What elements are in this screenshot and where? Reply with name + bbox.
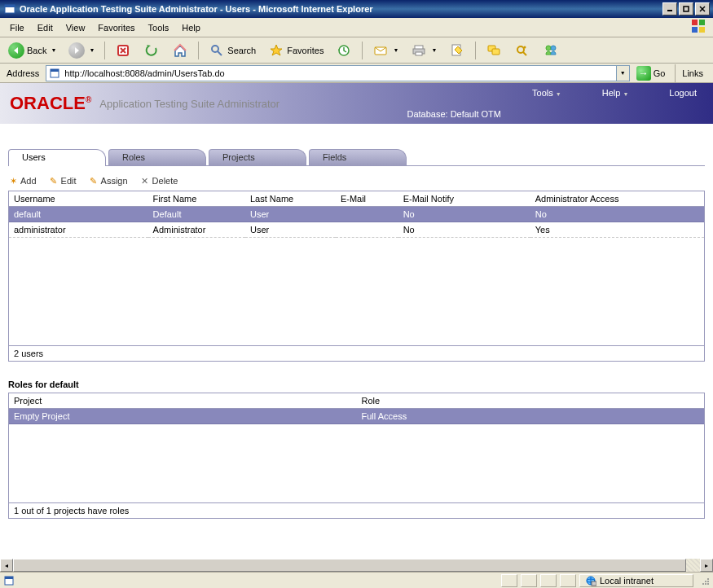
print-button[interactable]: ▼ bbox=[406, 40, 442, 61]
col-username[interactable]: Username bbox=[9, 191, 148, 207]
svg-line-14 bbox=[218, 51, 222, 55]
status-pane bbox=[540, 574, 557, 587]
go-button[interactable]: → Go bbox=[633, 66, 669, 81]
research-button[interactable] bbox=[509, 40, 535, 61]
statusbar: Local intranet bbox=[0, 572, 713, 588]
col-firstname[interactable]: First Name bbox=[148, 191, 245, 207]
separator bbox=[475, 42, 476, 59]
separator bbox=[198, 42, 199, 59]
address-input[interactable] bbox=[63, 66, 615, 81]
tab-roles[interactable]: Roles bbox=[108, 149, 206, 166]
close-button[interactable] bbox=[695, 2, 710, 15]
table-header-row: Username First Name Last Name E-Mail E-M… bbox=[9, 191, 704, 207]
edit-action[interactable]: ✎ Edit bbox=[49, 176, 77, 186]
go-icon: → bbox=[636, 66, 651, 81]
header-tools-link[interactable]: Tools ▼ bbox=[532, 88, 561, 98]
history-icon bbox=[336, 42, 352, 59]
roles-heading: Roles for default bbox=[8, 380, 705, 389]
menu-tools[interactable]: Tools bbox=[142, 20, 176, 35]
svg-point-40 bbox=[705, 581, 706, 582]
page-body: Users Roles Projects Fields ✶ Add ✎ Edit… bbox=[0, 124, 713, 527]
action-bar: ✶ Add ✎ Edit ✎ Assign ✕ Delete bbox=[8, 171, 705, 191]
home-button[interactable] bbox=[167, 40, 193, 61]
assign-action[interactable]: ✎ Assign bbox=[89, 176, 128, 186]
favorites-button[interactable]: Favorites bbox=[263, 40, 328, 61]
add-icon: ✶ bbox=[8, 176, 18, 186]
address-dropdown[interactable]: ▼ bbox=[616, 66, 629, 81]
research-icon bbox=[514, 42, 530, 59]
menu-favorites[interactable]: Favorites bbox=[91, 20, 141, 35]
forward-button[interactable]: ▼ bbox=[64, 40, 99, 61]
edit-button[interactable] bbox=[444, 40, 470, 61]
tab-fields[interactable]: Fields bbox=[309, 149, 407, 166]
back-button[interactable]: Back ▼ bbox=[3, 40, 61, 61]
roles-table-footer: 1 out of 1 projects have roles bbox=[9, 502, 704, 518]
roles-table: Project Role bbox=[9, 393, 704, 409]
status-zone: Local intranet bbox=[579, 574, 693, 587]
col-emailnotify[interactable]: E-Mail Notify bbox=[398, 191, 530, 207]
svg-point-23 bbox=[517, 46, 524, 53]
users-table-container: Username First Name Last Name E-Mail E-M… bbox=[8, 191, 705, 362]
col-adminaccess[interactable]: Administrator Access bbox=[530, 191, 704, 207]
toolbar: Back ▼ ▼ Search Favorites ▼ ▼ bbox=[0, 37, 713, 64]
svg-point-27 bbox=[551, 46, 556, 50]
col-project[interactable]: Project bbox=[9, 393, 357, 409]
col-role[interactable]: Role bbox=[357, 393, 705, 409]
add-action[interactable]: ✶ Add bbox=[8, 176, 37, 186]
svg-point-26 bbox=[546, 46, 551, 50]
resize-grip[interactable] bbox=[697, 576, 710, 586]
svg-rect-7 bbox=[699, 20, 705, 25]
history-button[interactable] bbox=[331, 40, 357, 61]
refresh-icon bbox=[143, 42, 160, 59]
separator bbox=[362, 42, 363, 59]
table-row[interactable]: default Default User No No bbox=[9, 207, 704, 222]
scroll-thumb[interactable] bbox=[13, 559, 686, 572]
horizontal-scrollbar[interactable]: ◂ ▸ bbox=[0, 559, 713, 572]
mail-button[interactable]: ▼ bbox=[368, 40, 403, 61]
refresh-button[interactable] bbox=[139, 40, 165, 61]
star-icon bbox=[268, 42, 284, 59]
scroll-track[interactable] bbox=[13, 559, 700, 572]
messenger-button[interactable] bbox=[538, 40, 564, 61]
delete-action[interactable]: ✕ Delete bbox=[140, 176, 178, 186]
search-button[interactable]: Search bbox=[204, 40, 261, 61]
tab-projects[interactable]: Projects bbox=[209, 149, 306, 166]
stop-icon bbox=[115, 42, 131, 59]
scroll-right-button[interactable]: ▸ bbox=[700, 559, 713, 572]
table-row[interactable]: administrator Administrator User No Yes bbox=[9, 222, 704, 238]
svg-point-13 bbox=[212, 46, 218, 52]
stop-button[interactable] bbox=[110, 40, 136, 61]
svg-line-24 bbox=[523, 52, 526, 55]
search-icon bbox=[209, 42, 225, 59]
tabs: Users Roles Projects Fields bbox=[8, 148, 705, 166]
menu-help[interactable]: Help bbox=[175, 20, 207, 35]
mail-icon bbox=[372, 42, 389, 59]
app-subtitle: Application Testing Suite Administrator bbox=[99, 98, 279, 110]
svg-rect-3 bbox=[684, 7, 689, 11]
pencil-icon: ✎ bbox=[89, 176, 99, 186]
maximize-button[interactable] bbox=[679, 2, 693, 15]
discuss-button[interactable] bbox=[481, 40, 507, 61]
table-row[interactable]: Empty Project Full Access bbox=[9, 409, 704, 424]
home-icon bbox=[172, 42, 188, 59]
scroll-left-button[interactable]: ◂ bbox=[0, 559, 13, 572]
svg-point-37 bbox=[705, 583, 706, 585]
menu-view[interactable]: View bbox=[59, 20, 92, 35]
tab-users[interactable]: Users bbox=[8, 149, 106, 166]
roles-table-body: Empty Project Full Access bbox=[9, 409, 704, 502]
menu-file[interactable]: File bbox=[3, 20, 31, 35]
menu-edit[interactable]: Edit bbox=[31, 20, 59, 35]
header-logout-link[interactable]: Logout bbox=[669, 88, 697, 98]
col-email[interactable]: E-Mail bbox=[336, 191, 398, 207]
oracle-logo: ORACLE® bbox=[10, 93, 91, 114]
go-label: Go bbox=[654, 68, 666, 78]
minimize-button[interactable] bbox=[662, 2, 677, 15]
links-button[interactable]: Links bbox=[675, 64, 710, 82]
svg-point-38 bbox=[707, 581, 709, 582]
svg-rect-8 bbox=[692, 27, 698, 33]
table-header-row: Project Role bbox=[9, 393, 704, 409]
header-help-link[interactable]: Help ▼ bbox=[602, 88, 629, 98]
address-input-wrap: ▼ bbox=[46, 65, 629, 81]
col-lastname[interactable]: Last Name bbox=[245, 191, 336, 207]
svg-point-39 bbox=[702, 583, 704, 585]
